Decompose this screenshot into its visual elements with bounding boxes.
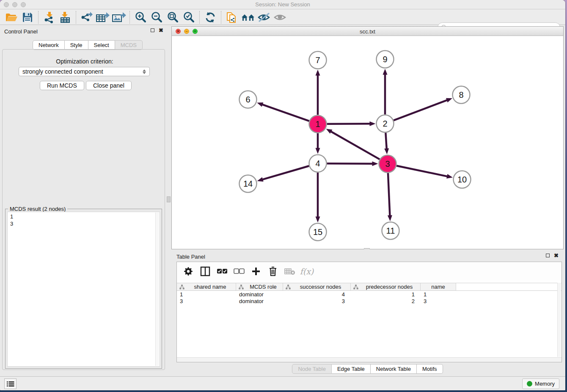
table-cell[interactable]: dominator: [236, 298, 283, 305]
control-panel: Control Panel ✖ NetworkStyleSelectMCDS O…: [0, 25, 169, 376]
export-network-icon[interactable]: [79, 11, 95, 24]
edge-4-14[interactable]: [262, 166, 309, 179]
toolbar-separator: [38, 11, 39, 24]
arrowhead-icon: [316, 148, 320, 154]
import-table-icon[interactable]: [57, 11, 73, 24]
zoom-fit-icon[interactable]: [165, 11, 181, 24]
zoom-in-icon[interactable]: [132, 11, 149, 24]
select-all-columns-icon[interactable]: [215, 264, 229, 279]
edge-3-1[interactable]: [330, 131, 380, 159]
table-panel-title: Table Panel: [176, 254, 205, 260]
table-cell[interactable]: 3: [177, 298, 236, 305]
table-row[interactable]: 3dominator323: [177, 298, 561, 305]
export-image-icon[interactable]: [111, 11, 127, 24]
close-panel-icon[interactable]: ✖: [159, 28, 163, 32]
close-table-panel-icon[interactable]: ✖: [554, 254, 559, 257]
arrowhead-icon: [384, 148, 389, 154]
split-panel-icon[interactable]: [198, 264, 212, 279]
run-mcds-button[interactable]: Run MCDS: [40, 81, 84, 90]
float-table-panel-icon[interactable]: [546, 254, 550, 257]
mcds-result-list[interactable]: 13: [7, 212, 160, 367]
edge-3-10[interactable]: [396, 166, 448, 176]
add-column-icon[interactable]: [249, 264, 263, 279]
column-header-label: name: [421, 284, 456, 290]
column-type-icon: [286, 284, 291, 290]
float-panel-icon[interactable]: [151, 28, 154, 32]
edge-1-6[interactable]: [262, 104, 309, 121]
list-item[interactable]: 1: [10, 213, 160, 220]
network-window: ✕ – + scc.txt 7968124314101511: [171, 26, 564, 249]
node-label-6: 6: [245, 95, 250, 104]
hide-selected-icon[interactable]: [256, 11, 272, 24]
arrowhead-icon: [257, 102, 263, 107]
tab-network[interactable]: Network: [33, 40, 65, 50]
table-header-row: shared nameMCDS rolesuccessor nodesprede…: [177, 283, 561, 291]
close-panel-button[interactable]: Close panel: [86, 81, 132, 90]
optimization-criterion-label: Optimization criterion:: [0, 58, 169, 65]
open-session-icon[interactable]: [3, 11, 19, 24]
show-all-icon[interactable]: [272, 11, 288, 24]
table-cell[interactable]: 3: [421, 298, 456, 305]
edge-4-3[interactable]: [327, 163, 373, 164]
arrowhead-icon: [446, 174, 453, 179]
unselect-all-columns-icon[interactable]: [232, 264, 246, 279]
table-cell[interactable]: 2: [351, 298, 421, 305]
table-cell[interactable]: 4: [283, 291, 351, 298]
export-table-icon[interactable]: [95, 11, 111, 24]
criterion-dropdown-value: strongly connected component: [22, 68, 103, 75]
zoom-selected-icon[interactable]: [181, 11, 197, 24]
vertical-splitter-handle[interactable]: [167, 196, 171, 202]
task-history-button[interactable]: [4, 378, 17, 389]
copy-network-icon[interactable]: [224, 11, 240, 24]
mcds-result-groupbox: MCDS result (2 nodes) 13: [5, 209, 162, 369]
edge-2-8[interactable]: [394, 100, 448, 120]
edge-3-11[interactable]: [388, 173, 390, 216]
gear-icon[interactable]: [181, 264, 195, 279]
table-rows: 1dominator4113dominator323: [177, 291, 561, 357]
tab-style[interactable]: Style: [65, 40, 88, 50]
import-network-icon[interactable]: [41, 11, 57, 24]
table-tabs: Node TableEdge TableNetwork TableMotifs: [292, 364, 443, 374]
network-titlebar[interactable]: ✕ – + scc.txt: [172, 27, 563, 36]
delete-table-icon[interactable]: [283, 264, 297, 279]
refresh-icon[interactable]: [202, 11, 218, 24]
network-canvas[interactable]: 7968124314101511: [172, 36, 563, 249]
list-item[interactable]: 3: [10, 220, 160, 227]
toolbar-separator: [129, 11, 130, 24]
scrollbar-track[interactable]: [155, 213, 159, 366]
table-cell[interactable]: 1: [421, 291, 456, 298]
scrollbar-track[interactable]: [557, 283, 561, 357]
delete-column-icon[interactable]: [266, 264, 280, 279]
table-cell[interactable]: dominator: [236, 291, 283, 298]
column-type-icon: [179, 284, 184, 290]
memory-status-icon: [527, 381, 532, 386]
tab-select[interactable]: Select: [88, 40, 115, 50]
column-header-label: predecessor nodes: [358, 284, 420, 290]
first-neighbors-icon[interactable]: [240, 11, 256, 24]
memory-button[interactable]: Memory: [522, 378, 559, 389]
tab-node-table[interactable]: Node Table: [292, 364, 332, 374]
edge-2-3[interactable]: [385, 133, 386, 149]
column-header-predecessor-nodes[interactable]: predecessor nodes: [351, 283, 421, 290]
table-row[interactable]: 1dominator411: [177, 291, 561, 298]
save-session-icon[interactable]: [19, 11, 36, 24]
tab-motifs[interactable]: Motifs: [417, 364, 443, 374]
column-header-successor-nodes[interactable]: successor nodes: [283, 283, 351, 290]
column-header-shared-name[interactable]: shared name: [177, 283, 236, 290]
table-cell[interactable]: 3: [283, 298, 351, 305]
tab-network-table[interactable]: Network Table: [371, 364, 417, 374]
scrollbar-track[interactable]: [177, 357, 561, 362]
toolbar-separator: [221, 11, 221, 24]
tab-edge-table[interactable]: Edge Table: [332, 364, 371, 374]
arrowhead-icon: [383, 69, 388, 75]
memory-label: Memory: [535, 381, 555, 387]
column-type-icon: [353, 284, 358, 290]
criterion-dropdown[interactable]: strongly connected component: [19, 67, 150, 76]
zoom-out-icon[interactable]: [149, 11, 165, 24]
tab-mcds[interactable]: MCDS: [115, 40, 143, 50]
column-header-MCDS-role[interactable]: MCDS role: [236, 283, 283, 290]
column-header-name[interactable]: name: [421, 283, 456, 290]
edge-1-2[interactable]: [327, 124, 370, 124]
table-cell[interactable]: 1: [177, 291, 236, 298]
table-cell[interactable]: 1: [351, 291, 421, 298]
